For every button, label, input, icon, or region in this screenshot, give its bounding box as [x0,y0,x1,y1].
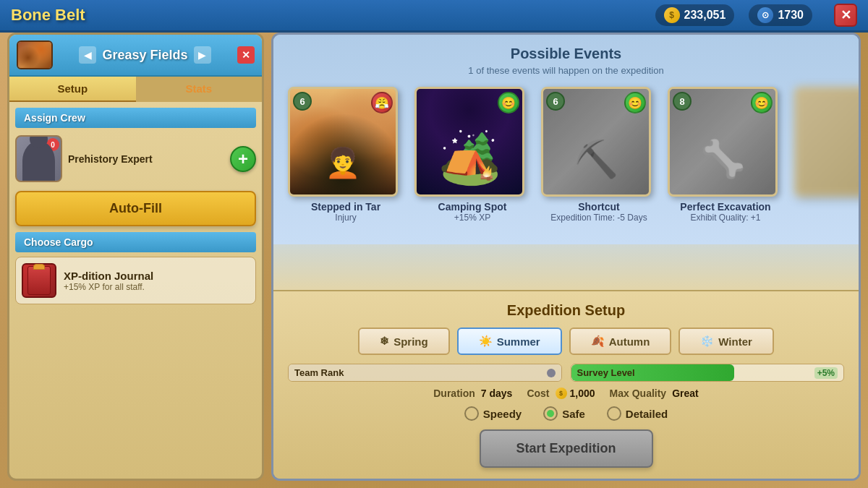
start-expedition-button[interactable]: Start Expedition [480,429,653,468]
tab-setup[interactable]: Setup [9,77,136,102]
left-panel: ◀ Greasy Fields ▶ ✕ Setup Stats Assign C… [7,33,264,481]
crew-area: 0 Prehistory Expert + [9,132,262,185]
events-subtitle: 1 of these events will happen on the exp… [288,65,844,76]
top-bar: Bone Belt $ 233,051 ⊙ 1730 ✕ [0,0,868,33]
detailed-label: Detailed [626,408,668,420]
speed-safe[interactable]: Safe [543,406,585,421]
cost-coin-icon: $ [556,388,567,399]
events-section: Possible Events 1 of these events will h… [273,35,859,244]
autofill-button[interactable]: Auto-Fill [15,191,256,226]
app-title: Bone Belt [11,6,655,25]
location-nav: ◀ Greasy Fields ▶ [79,46,210,64]
duration-metric: Duration 7 days [433,388,512,399]
event-card-info-4: Perfect Excavation Exhibit Quality: +1 [668,201,783,223]
cargo-item: XP-dition Journal +15% XP for all staff. [15,257,256,304]
blue-currency: ⊙ 1730 [749,4,812,26]
team-rank-bar: Team Rank [288,364,562,382]
event-badge-num-4: 8 [673,92,692,111]
summer-label: Summer [497,335,540,348]
crew-info: Prehistory Expert [68,153,224,165]
events-grid: 6 😤 Stepped in Tar Injury 😊 Camping Spot… [288,87,844,223]
event-card-stepped-in-tar[interactable]: 6 😤 Stepped in Tar Injury [288,87,404,223]
cargo-details: XP-dition Journal +15% XP for all staff. [64,270,250,292]
event-badge-num-1: 6 [293,92,312,111]
autumn-label: Autumn [609,335,650,348]
season-summer-button[interactable]: ☀️ Summer [457,328,562,355]
cost-value: 1,000 [570,388,595,399]
crew-avatar: 0 [15,135,62,182]
close-button-top[interactable]: ✕ [834,4,857,27]
event-card-info-2: Camping Spot +15% XP [414,201,530,223]
event-card-shortcut[interactable]: 6 😊 Shortcut Expedition Time: -5 Days [541,87,657,223]
close-location-button[interactable]: ✕ [237,46,255,64]
crew-section-header: Assign Crew [15,108,256,128]
autumn-icon: 🍂 [591,335,605,348]
cost-value-group: $ 1,000 [556,388,595,399]
winter-icon: ❄️ [700,335,714,348]
quality-label: Max Quality [610,388,667,399]
spring-icon: ❄ [380,335,389,348]
location-thumbnail [17,40,53,69]
safe-label: Safe [562,408,585,420]
event-card-effect-3: Expedition Time: -5 Days [541,213,657,223]
cost-label: Cost [527,388,549,399]
tab-stats[interactable]: Stats [136,77,263,102]
cargo-icon [22,263,56,298]
survey-level-label: Survey Level [577,367,635,378]
location-header: ◀ Greasy Fields ▶ ✕ [9,35,262,77]
add-crew-button[interactable]: + [230,146,256,172]
season-spring-button[interactable]: ❄ Spring [358,328,450,355]
quality-metric: Max Quality Great [610,388,699,399]
event-card-image-hidden [794,87,861,197]
event-card-name-1: Stepped in Tar [288,201,404,213]
cargo-icon-ring [33,264,45,270]
event-badge-happy-4: 😊 [751,92,773,114]
speed-detailed[interactable]: Detailed [607,406,668,421]
main-content: Possible Events 1 of these events will h… [271,33,861,481]
event-badge-happy-2: 😊 [498,92,519,114]
event-card-camping-spot[interactable]: 😊 Camping Spot +15% XP [414,87,530,223]
season-autumn-button[interactable]: 🍂 Autumn [569,328,672,355]
setup-title: Expedition Setup [288,302,844,319]
gold-value: 233,051 [684,9,726,22]
event-card-image-shortcut: 6 😊 [541,87,651,197]
cargo-section-header: Choose Cargo [15,232,256,252]
event-card-name-3: Shortcut [541,201,657,213]
event-card-info-1: Stepped in Tar Injury [288,201,404,223]
event-card-effect-1: Injury [288,213,404,223]
season-buttons: ❄ Spring ☀️ Summer 🍂 Autumn ❄️ Winter [288,328,844,355]
speedy-label: Speedy [483,408,522,420]
cargo-name: XP-dition Journal [64,270,250,282]
location-prev-button[interactable]: ◀ [79,46,96,64]
duration-label: Duration [433,388,475,399]
team-rank-indicator [547,369,556,377]
event-card-image-tar: 6 😤 [288,87,398,197]
safe-radio [543,406,558,421]
expedition-setup-section: Expedition Setup ❄ Spring ☀️ Summer 🍂 Au… [273,290,859,479]
speedy-radio [464,406,479,421]
gold-currency: $ 233,051 [655,4,735,26]
blue-coin-icon: ⊙ [757,7,773,23]
gold-coin-icon: $ [664,7,680,23]
season-winter-button[interactable]: ❄️ Winter [678,328,774,355]
panel-tabs: Setup Stats [9,77,262,102]
crew-head [30,135,48,148]
stats-row: Team Rank Survey Level +5% [288,364,844,382]
summer-icon: ☀️ [479,335,493,348]
crew-member-name: Prehistory Expert [68,153,224,165]
survey-level-bonus: +5% [814,367,838,379]
event-card-effect-2: +15% XP [414,213,530,223]
event-card-image-camp: 😊 [414,87,524,197]
event-badge-num-3: 6 [546,92,565,111]
event-card-info-3: Shortcut Expedition Time: -5 Days [541,201,657,223]
events-title: Possible Events [288,46,844,62]
location-next-button[interactable]: ▶ [194,46,211,64]
event-badge-danger: 😤 [371,92,393,114]
event-card-perfect-excavation[interactable]: 8 😊 Perfect Excavation Exhibit Quality: … [668,87,783,223]
crew-silhouette [22,141,55,181]
speed-speedy[interactable]: Speedy [464,406,522,421]
cargo-icon-inner [27,266,51,295]
event-card-image-excavation: 8 😊 [668,87,778,197]
detailed-radio [607,406,621,421]
safe-radio-fill [547,410,554,417]
